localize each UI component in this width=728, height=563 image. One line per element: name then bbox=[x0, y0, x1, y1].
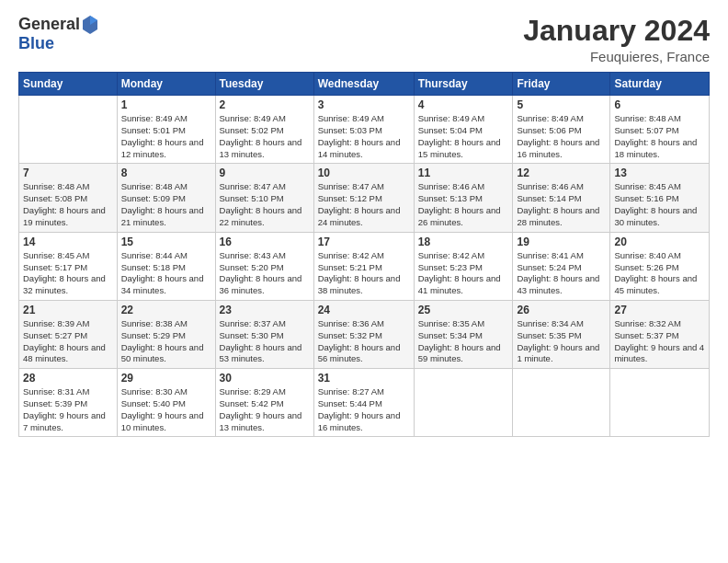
calendar-cell: 18Sunrise: 8:42 AM Sunset: 5:23 PM Dayli… bbox=[414, 232, 513, 300]
calendar-cell: 28Sunrise: 8:31 AM Sunset: 5:39 PM Dayli… bbox=[19, 369, 118, 437]
day-info: Sunrise: 8:43 AM Sunset: 5:20 PM Dayligh… bbox=[220, 250, 310, 297]
day-info: Sunrise: 8:48 AM Sunset: 5:08 PM Dayligh… bbox=[23, 181, 113, 228]
day-number: 1 bbox=[121, 98, 211, 111]
calendar-cell bbox=[610, 369, 710, 437]
calendar-cell: 21Sunrise: 8:39 AM Sunset: 5:27 PM Dayli… bbox=[19, 300, 118, 368]
day-info: Sunrise: 8:46 AM Sunset: 5:13 PM Dayligh… bbox=[418, 181, 509, 228]
calendar-cell: 4Sunrise: 8:49 AM Sunset: 5:04 PM Daylig… bbox=[414, 96, 513, 164]
calendar-week-row: 21Sunrise: 8:39 AM Sunset: 5:27 PM Dayli… bbox=[19, 300, 710, 368]
weekday-header-wednesday: Wednesday bbox=[313, 73, 414, 96]
day-number: 10 bbox=[318, 167, 410, 179]
day-number: 24 bbox=[318, 304, 410, 316]
day-number: 23 bbox=[220, 304, 310, 316]
day-info: Sunrise: 8:37 AM Sunset: 5:30 PM Dayligh… bbox=[220, 318, 310, 365]
main-title: January 2024 bbox=[523, 15, 710, 47]
weekday-header-monday: Monday bbox=[117, 73, 215, 96]
calendar-cell: 5Sunrise: 8:49 AM Sunset: 5:06 PM Daylig… bbox=[513, 96, 610, 164]
weekday-header-saturday: Saturday bbox=[610, 73, 710, 96]
calendar-cell: 19Sunrise: 8:41 AM Sunset: 5:24 PM Dayli… bbox=[513, 232, 610, 300]
day-number: 16 bbox=[220, 236, 310, 248]
day-number: 13 bbox=[614, 167, 705, 179]
day-number: 27 bbox=[614, 304, 705, 316]
day-number: 25 bbox=[418, 304, 509, 316]
calendar-cell: 30Sunrise: 8:29 AM Sunset: 5:42 PM Dayli… bbox=[215, 369, 313, 437]
day-info: Sunrise: 8:45 AM Sunset: 5:17 PM Dayligh… bbox=[23, 250, 113, 297]
logo: General Blue bbox=[18, 15, 98, 53]
day-info: Sunrise: 8:49 AM Sunset: 5:03 PM Dayligh… bbox=[318, 113, 410, 160]
day-number: 18 bbox=[418, 236, 509, 248]
day-info: Sunrise: 8:32 AM Sunset: 5:37 PM Dayligh… bbox=[614, 318, 705, 365]
calendar-cell: 24Sunrise: 8:36 AM Sunset: 5:32 PM Dayli… bbox=[313, 300, 414, 368]
day-info: Sunrise: 8:44 AM Sunset: 5:18 PM Dayligh… bbox=[121, 250, 211, 297]
day-number: 7 bbox=[23, 167, 113, 179]
day-info: Sunrise: 8:40 AM Sunset: 5:26 PM Dayligh… bbox=[614, 250, 705, 297]
header: General Blue January 2024 Feuquieres, Fr… bbox=[18, 15, 710, 64]
day-number: 9 bbox=[220, 167, 310, 179]
calendar-cell bbox=[513, 369, 610, 437]
day-info: Sunrise: 8:34 AM Sunset: 5:35 PM Dayligh… bbox=[517, 318, 606, 365]
calendar-cell: 8Sunrise: 8:48 AM Sunset: 5:09 PM Daylig… bbox=[117, 164, 215, 232]
weekday-header-sunday: Sunday bbox=[19, 73, 118, 96]
day-info: Sunrise: 8:49 AM Sunset: 5:01 PM Dayligh… bbox=[121, 113, 211, 160]
weekday-header-tuesday: Tuesday bbox=[215, 73, 313, 96]
day-number: 17 bbox=[318, 236, 410, 248]
day-info: Sunrise: 8:42 AM Sunset: 5:23 PM Dayligh… bbox=[418, 250, 509, 297]
page: General Blue January 2024 Feuquieres, Fr… bbox=[0, 0, 728, 563]
day-info: Sunrise: 8:29 AM Sunset: 5:42 PM Dayligh… bbox=[220, 386, 310, 433]
day-info: Sunrise: 8:41 AM Sunset: 5:24 PM Dayligh… bbox=[517, 250, 606, 297]
calendar-cell: 2Sunrise: 8:49 AM Sunset: 5:02 PM Daylig… bbox=[215, 96, 313, 164]
day-number: 29 bbox=[121, 372, 211, 385]
calendar-cell: 22Sunrise: 8:38 AM Sunset: 5:29 PM Dayli… bbox=[117, 300, 215, 368]
day-number: 6 bbox=[614, 98, 705, 111]
calendar-week-row: 28Sunrise: 8:31 AM Sunset: 5:39 PM Dayli… bbox=[19, 369, 710, 437]
calendar-week-row: 14Sunrise: 8:45 AM Sunset: 5:17 PM Dayli… bbox=[19, 232, 710, 300]
day-info: Sunrise: 8:48 AM Sunset: 5:07 PM Dayligh… bbox=[614, 113, 705, 160]
calendar-cell: 7Sunrise: 8:48 AM Sunset: 5:08 PM Daylig… bbox=[19, 164, 118, 232]
day-number: 19 bbox=[517, 236, 606, 248]
calendar-cell: 31Sunrise: 8:27 AM Sunset: 5:44 PM Dayli… bbox=[313, 369, 414, 437]
calendar-week-row: 1Sunrise: 8:49 AM Sunset: 5:01 PM Daylig… bbox=[19, 96, 710, 164]
day-info: Sunrise: 8:48 AM Sunset: 5:09 PM Dayligh… bbox=[121, 181, 211, 228]
day-number: 4 bbox=[418, 98, 509, 111]
day-info: Sunrise: 8:45 AM Sunset: 5:16 PM Dayligh… bbox=[614, 181, 705, 228]
day-info: Sunrise: 8:47 AM Sunset: 5:10 PM Dayligh… bbox=[220, 181, 310, 228]
weekday-header-thursday: Thursday bbox=[414, 73, 513, 96]
subtitle: Feuquieres, France bbox=[523, 49, 710, 64]
calendar-table: SundayMondayTuesdayWednesdayThursdayFrid… bbox=[18, 72, 710, 437]
title-section: January 2024 Feuquieres, France bbox=[523, 15, 710, 64]
calendar-cell: 16Sunrise: 8:43 AM Sunset: 5:20 PM Dayli… bbox=[215, 232, 313, 300]
day-info: Sunrise: 8:38 AM Sunset: 5:29 PM Dayligh… bbox=[121, 318, 211, 365]
day-number: 20 bbox=[614, 236, 705, 248]
calendar-cell: 10Sunrise: 8:47 AM Sunset: 5:12 PM Dayli… bbox=[313, 164, 414, 232]
calendar-cell bbox=[19, 96, 118, 164]
calendar-cell: 20Sunrise: 8:40 AM Sunset: 5:26 PM Dayli… bbox=[610, 232, 710, 300]
day-info: Sunrise: 8:36 AM Sunset: 5:32 PM Dayligh… bbox=[318, 318, 410, 365]
day-info: Sunrise: 8:47 AM Sunset: 5:12 PM Dayligh… bbox=[318, 181, 410, 228]
calendar-cell: 25Sunrise: 8:35 AM Sunset: 5:34 PM Dayli… bbox=[414, 300, 513, 368]
calendar-cell: 3Sunrise: 8:49 AM Sunset: 5:03 PM Daylig… bbox=[313, 96, 414, 164]
day-number: 15 bbox=[121, 236, 211, 248]
day-info: Sunrise: 8:31 AM Sunset: 5:39 PM Dayligh… bbox=[23, 386, 113, 433]
day-info: Sunrise: 8:39 AM Sunset: 5:27 PM Dayligh… bbox=[23, 318, 113, 365]
calendar-cell: 9Sunrise: 8:47 AM Sunset: 5:10 PM Daylig… bbox=[215, 164, 313, 232]
calendar-cell: 13Sunrise: 8:45 AM Sunset: 5:16 PM Dayli… bbox=[610, 164, 710, 232]
day-number: 12 bbox=[517, 167, 606, 179]
calendar-cell: 17Sunrise: 8:42 AM Sunset: 5:21 PM Dayli… bbox=[313, 232, 414, 300]
day-info: Sunrise: 8:30 AM Sunset: 5:40 PM Dayligh… bbox=[121, 386, 211, 433]
day-number: 22 bbox=[121, 304, 211, 316]
day-info: Sunrise: 8:49 AM Sunset: 5:02 PM Dayligh… bbox=[220, 113, 310, 160]
calendar-cell: 1Sunrise: 8:49 AM Sunset: 5:01 PM Daylig… bbox=[117, 96, 215, 164]
calendar-cell bbox=[414, 369, 513, 437]
day-info: Sunrise: 8:27 AM Sunset: 5:44 PM Dayligh… bbox=[318, 386, 410, 433]
calendar-cell: 14Sunrise: 8:45 AM Sunset: 5:17 PM Dayli… bbox=[19, 232, 118, 300]
day-info: Sunrise: 8:49 AM Sunset: 5:04 PM Dayligh… bbox=[418, 113, 509, 160]
calendar-header-row: SundayMondayTuesdayWednesdayThursdayFrid… bbox=[19, 73, 710, 96]
calendar-cell: 27Sunrise: 8:32 AM Sunset: 5:37 PM Dayli… bbox=[610, 300, 710, 368]
calendar-cell: 29Sunrise: 8:30 AM Sunset: 5:40 PM Dayli… bbox=[117, 369, 215, 437]
day-info: Sunrise: 8:49 AM Sunset: 5:06 PM Dayligh… bbox=[517, 113, 606, 160]
calendar-cell: 6Sunrise: 8:48 AM Sunset: 5:07 PM Daylig… bbox=[610, 96, 710, 164]
calendar-cell: 11Sunrise: 8:46 AM Sunset: 5:13 PM Dayli… bbox=[414, 164, 513, 232]
weekday-header-friday: Friday bbox=[513, 73, 610, 96]
day-number: 11 bbox=[418, 167, 509, 179]
day-number: 3 bbox=[318, 98, 410, 111]
